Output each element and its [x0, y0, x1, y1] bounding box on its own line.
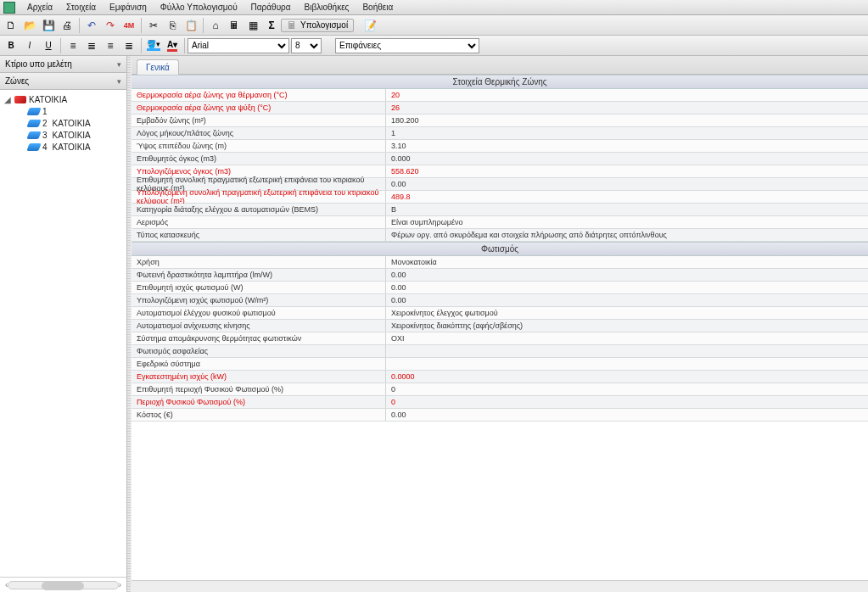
align-right-button[interactable]: ≡	[102, 37, 119, 54]
property-row[interactable]: Τύπος κατασκευήςΦέρων οργ. από σκυρόδεμα…	[132, 229, 868, 242]
property-row[interactable]: Κατηγορία διάταξης ελέγχου & αυτοματισμώ…	[132, 204, 868, 216]
zone-icon	[26, 108, 41, 115]
property-row[interactable]: Ύψος επιπέδου ζώνης (m)3.10	[132, 140, 868, 153]
home-button[interactable]: ⌂	[207, 17, 224, 34]
property-row[interactable]: Υπολογιζόμενη συνολική πραγματική εξωτερ…	[132, 191, 868, 204]
sidebar-scrollbar[interactable]: ‹ ›	[0, 577, 126, 592]
tree-zone-item[interactable]: 4ΚΑΤΟΙΚΙΑ	[25, 141, 123, 153]
property-row[interactable]: Εγκατεστημένη ισχύς (kW)0.0000	[132, 371, 868, 383]
print-button[interactable]: 🖨	[59, 17, 76, 34]
property-row[interactable]: ΑερισμόςΕίναι συμπληρωμένο	[132, 216, 868, 229]
underline-button[interactable]: U	[40, 37, 57, 54]
property-row[interactable]: Υπολογιζόμενη ισχύς φωτισμού (W/m²)0.00	[132, 294, 868, 307]
property-value[interactable]: Μονοκατοικία	[386, 256, 868, 268]
sidebar-header-label: Κτίριο υπο μελέτη	[5, 59, 72, 69]
new-file-button[interactable]: 🗋	[3, 17, 20, 34]
property-row[interactable]: Επιθυμητός όγκος (m3)0.000	[132, 153, 868, 165]
property-value[interactable]: 0	[386, 383, 868, 395]
tabbar: Γενικά	[132, 56, 868, 75]
calculator-button[interactable]: 🖩	[226, 17, 243, 34]
property-label: Φωτισμός ασφαλείας	[132, 345, 386, 357]
undo-button[interactable]: ↶	[83, 17, 100, 34]
property-value[interactable]: 0.00	[386, 409, 868, 421]
notes-button[interactable]: 📝	[361, 17, 378, 34]
tree-collapse-icon[interactable]: ◢	[3, 95, 12, 104]
property-value[interactable]: Χειροκίνητος διακόπτης (αφής/σβέσης)	[386, 320, 868, 332]
property-value[interactable]: 1	[386, 127, 868, 139]
property-value[interactable]: Χειροκίνητος έλεγχος φωτισμού	[386, 307, 868, 319]
property-value[interactable]: Είναι συμπληρωμένο	[386, 216, 868, 228]
property-value[interactable]	[386, 358, 868, 370]
property-value[interactable]: Φέρων οργ. από σκυρόδεμα και στοιχεία πλ…	[386, 229, 868, 241]
property-value[interactable]: 558.620	[386, 165, 868, 177]
toolbar-separator	[141, 18, 142, 33]
calculations-button[interactable]: 🖩 Υπολογισμοί	[281, 19, 354, 32]
property-row[interactable]: Σύστημα απομάκρυνσης θερμότητας φωτιστικ…	[132, 332, 868, 345]
surfaces-select[interactable]: Επιφάνειες	[335, 38, 479, 53]
property-value[interactable]: 489.8	[386, 191, 868, 203]
menu-spreadsheet[interactable]: Φύλλο Υπολογισμού	[154, 1, 244, 14]
property-value[interactable]: 26	[386, 102, 868, 114]
property-value[interactable]: 0	[386, 396, 868, 408]
menu-view[interactable]: Εμφάνιση	[103, 1, 154, 14]
tree-zone-item[interactable]: 3ΚΑΤΟΙΚΙΑ	[25, 129, 123, 141]
property-row[interactable]: Φωτεινή δραστικότητα λαμπτήρα (lm/W)0.00	[132, 269, 868, 282]
property-row[interactable]: Επιθυμητή ισχύς φωτισμού (W)0.00	[132, 282, 868, 294]
menu-windows[interactable]: Παράθυρα	[244, 1, 298, 14]
property-value[interactable]: 0.00	[386, 282, 868, 293]
property-row[interactable]: Φωτισμός ασφαλείας	[132, 345, 868, 358]
property-value[interactable]: Β	[386, 204, 868, 215]
justify-button[interactable]: ≣	[120, 37, 137, 54]
property-value[interactable]: 0.000	[386, 153, 868, 165]
property-row[interactable]: Εφεδρικό σύστημα	[132, 358, 868, 371]
save-button[interactable]: 💾	[40, 17, 57, 34]
property-value[interactable]: 3.10	[386, 140, 868, 152]
tree-item-number: 3	[42, 131, 48, 140]
property-value[interactable]: 20	[386, 89, 868, 101]
property-row[interactable]: Αυτοματισμοί έλέγχου φυσικού φωτισμούΧει…	[132, 307, 868, 320]
property-value[interactable]: 0.00	[386, 269, 868, 281]
align-center-button[interactable]: ≣	[83, 37, 100, 54]
property-value[interactable]: 180.200	[386, 114, 868, 126]
sidebar-header-zones[interactable]: Ζώνες ▾	[0, 73, 126, 90]
fill-color-button[interactable]: 🪣▾	[145, 37, 162, 54]
property-row[interactable]: Θερμοκρασία αέρα ζώνης για θέρμανση (°C)…	[132, 89, 868, 102]
tree-root[interactable]: ◢ ΚΑΤΟΙΚΙΑ	[3, 93, 123, 105]
align-left-button[interactable]: ≡	[64, 37, 81, 54]
font-size-select[interactable]: 8	[291, 38, 322, 53]
property-value[interactable]: 0.00	[386, 294, 868, 306]
horizontal-scrollbar[interactable]	[132, 580, 868, 592]
menu-elements[interactable]: Στοιχεία	[59, 1, 103, 14]
property-row[interactable]: Αυτοματισμοί ανίχνευσης κίνησηςΧειροκίνη…	[132, 320, 868, 332]
redo-button[interactable]: ↷	[102, 17, 119, 34]
property-row[interactable]: Περιοχή Φυσικού Φωτισμού (%)0	[132, 396, 868, 409]
bold-button[interactable]: B	[3, 37, 20, 54]
property-value[interactable]: ΟΧΙ	[386, 332, 868, 344]
property-value[interactable]: 0.0000	[386, 371, 868, 383]
property-value[interactable]: 0.00	[386, 178, 868, 190]
tree-zone-item[interactable]: 1	[25, 105, 123, 117]
italic-button[interactable]: I	[21, 37, 38, 54]
property-row[interactable]: Λόγος μήκους/πλάτος ζώνης1	[132, 127, 868, 140]
property-row[interactable]: Θερμοκρασία αέρα ζώνης για ψύξη (°C)26	[132, 102, 868, 114]
property-row[interactable]: ΧρήσηΜονοκατοικία	[132, 256, 868, 269]
open-file-button[interactable]: 📂	[21, 17, 38, 34]
property-row[interactable]: Εμβαδόν ζώνης (m²)180.200	[132, 114, 868, 127]
tab-general[interactable]: Γενικά	[137, 59, 179, 75]
menu-files[interactable]: Αρχεία	[20, 1, 59, 14]
4m-button[interactable]: 4M	[120, 17, 137, 34]
property-row[interactable]: Επιθυμητή περιοχή Φυσικού Φωτισμού (%)0	[132, 383, 868, 396]
columns-button[interactable]: ▦	[244, 17, 261, 34]
menu-libraries[interactable]: Βιβλιοθήκες	[298, 1, 356, 14]
cut-button[interactable]: ✂	[145, 17, 162, 34]
paste-button[interactable]: 📋	[182, 17, 199, 34]
font-name-select[interactable]: Arial	[188, 38, 289, 53]
menu-help[interactable]: Βοήθεια	[356, 1, 400, 14]
property-row[interactable]: Κόστος (€)0.00	[132, 409, 868, 422]
copy-button[interactable]: ⎘	[164, 17, 181, 34]
tree-zone-item[interactable]: 2ΚΑΤΟΙΚΙΑ	[25, 117, 123, 129]
property-value[interactable]	[386, 345, 868, 357]
font-color-button[interactable]: A▾	[164, 37, 181, 54]
sigma-button[interactable]: Σ	[263, 17, 280, 34]
sidebar-header-building[interactable]: Κτίριο υπο μελέτη ▾	[0, 56, 126, 73]
